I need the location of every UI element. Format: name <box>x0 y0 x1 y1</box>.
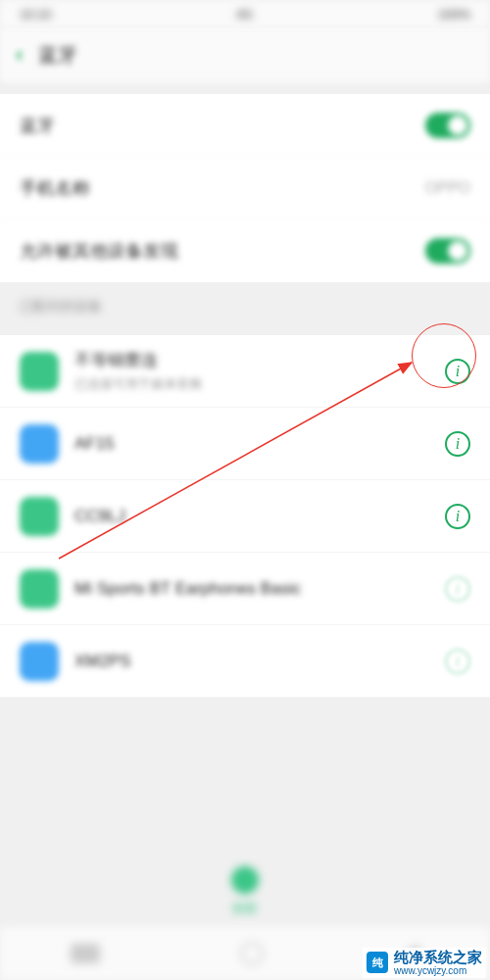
refresh-label: 刷新 <box>232 900 258 917</box>
discovery-toggle-row[interactable]: 允许被其他设备发现 <box>0 220 490 282</box>
device-text: XM2PS <box>74 652 429 671</box>
watermark: 纯 纯净系统之家 www.ycwjzy.com <box>363 948 486 979</box>
watermark-main: 纯净系统之家 <box>394 950 482 966</box>
device-row[interactable]: XM2PS i <box>0 625 490 698</box>
device-type-icon <box>20 642 59 681</box>
device-name: CC9LJ <box>74 507 429 526</box>
settings-section: 蓝牙 手机名称 OPPO 允许被其他设备发现 <box>0 94 490 282</box>
device-type-icon <box>20 569 59 609</box>
status-battery: 100% <box>438 7 470 22</box>
device-type-icon <box>20 424 59 464</box>
refresh-icon <box>231 866 259 894</box>
watermark-sub: www.ycwjzy.com <box>394 965 482 976</box>
device-row[interactable]: AF15 i <box>0 408 490 480</box>
device-text: 不等锦蕾连 已连接可用于媒体音频 <box>74 349 429 393</box>
device-text: AF15 <box>74 434 429 454</box>
device-name-row[interactable]: 手机名称 OPPO <box>0 157 490 220</box>
refresh-action[interactable]: 刷新 <box>0 866 490 917</box>
info-icon[interactable]: i <box>445 431 470 457</box>
watermark-logo: 纯 <box>367 952 388 973</box>
page-title: 蓝牙 <box>38 42 77 69</box>
header: ‹ 蓝牙 <box>0 27 490 82</box>
paired-devices-list: 不等锦蕾连 已连接可用于媒体音频 i AF15 i CC9LJ i Mi Spo… <box>0 335 490 698</box>
device-text: CC9LJ <box>74 507 429 526</box>
discovery-toggle[interactable] <box>425 238 470 264</box>
device-name: XM2PS <box>74 652 429 671</box>
device-name-label: 手机名称 <box>20 176 425 200</box>
status-time: 10:10 <box>20 7 52 22</box>
bluetooth-label: 蓝牙 <box>20 114 425 137</box>
nav-home-icon[interactable] <box>240 942 264 965</box>
device-subtext: 已连接可用于媒体音频 <box>74 375 429 393</box>
device-name: Mi Sports BT Earphones Basic <box>74 579 429 599</box>
bluetooth-toggle-row[interactable]: 蓝牙 <box>0 94 490 157</box>
device-name: AF15 <box>74 434 429 454</box>
discovery-label: 允许被其他设备发现 <box>20 239 425 263</box>
device-row[interactable]: Mi Sports BT Earphones Basic i <box>0 553 490 625</box>
info-icon[interactable]: i <box>445 576 470 602</box>
device-name: 不等锦蕾连 <box>74 349 429 371</box>
device-type-icon <box>20 497 59 536</box>
paired-section-header: 已配对的设备 <box>0 282 490 323</box>
device-row[interactable]: 不等锦蕾连 已连接可用于媒体音频 i <box>0 335 490 408</box>
device-name-value: OPPO <box>425 179 470 197</box>
status-bar: 10:10 4G 100% <box>0 0 490 27</box>
back-icon[interactable]: ‹ <box>16 42 23 68</box>
info-icon[interactable]: i <box>445 649 470 674</box>
bluetooth-toggle[interactable] <box>425 113 470 138</box>
info-icon[interactable]: i <box>445 359 470 384</box>
device-type-icon <box>20 352 59 391</box>
status-center: 4G <box>236 7 253 22</box>
nav-recent-icon[interactable] <box>71 944 100 963</box>
info-icon[interactable]: i <box>445 504 470 529</box>
device-row[interactable]: CC9LJ i <box>0 480 490 553</box>
device-text: Mi Sports BT Earphones Basic <box>74 579 429 599</box>
